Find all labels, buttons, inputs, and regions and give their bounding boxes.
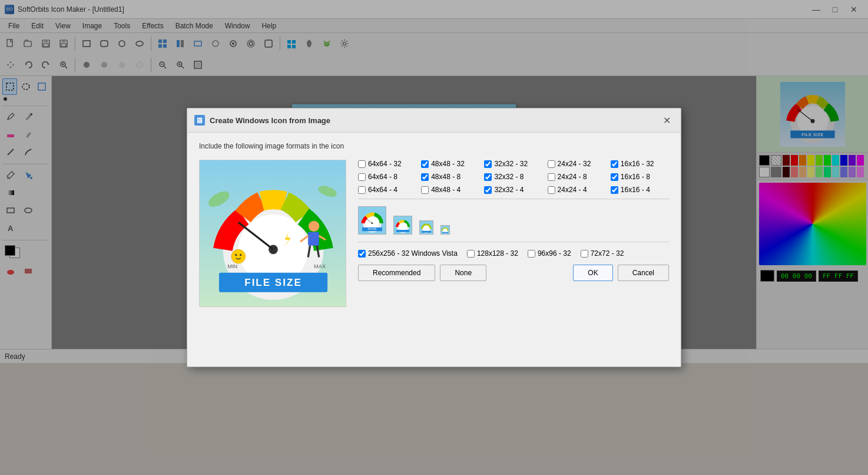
preview-icon-24 [419, 220, 433, 235]
svg-rect-119 [422, 231, 431, 233]
cb-64x64-4[interactable] [358, 186, 366, 194]
create-icon-modal: 🖼 Create Windows Icon from Image ✕ Inclu… [187, 108, 681, 367]
cb-32x32-32-label[interactable]: 32x32 - 32 [484, 160, 542, 168]
svg-text:MIN: MIN [227, 263, 237, 269]
svg-rect-115 [396, 230, 409, 232]
cb-32x32-8-label[interactable]: 32x32 - 8 [484, 173, 542, 181]
preview-icon-48: FILE SIZE [358, 206, 386, 235]
svg-rect-123 [442, 232, 448, 233]
svg-text:FILE SIZE: FILE SIZE [368, 228, 377, 230]
cb-16x16-32-label[interactable]: 16x16 - 32 [611, 160, 669, 168]
svg-point-102 [240, 254, 241, 256]
preview-icon-16 [440, 225, 450, 235]
cb-256x256-vista-label[interactable]: 256x256 - 32 Windows Vista [358, 249, 458, 258]
modal-options-area: 64x64 - 32 48x48 - 32 32x32 - 32 24x24 -… [358, 160, 669, 307]
cb-48x48-32[interactable] [421, 160, 429, 168]
cb-16x16-32[interactable] [611, 160, 618, 168]
cb-128x128-32[interactable] [467, 250, 475, 258]
modal-icon: 🖼 [194, 115, 205, 126]
svg-point-100 [231, 249, 246, 263]
cb-64x64-32[interactable] [358, 160, 366, 168]
cb-32x32-8[interactable] [484, 173, 492, 181]
action-buttons: OK Cancel [573, 265, 669, 281]
cb-48x48-8[interactable] [421, 173, 429, 181]
ok-button[interactable]: OK [573, 265, 612, 281]
cb-128x128-32-label[interactable]: 128x128 - 32 [467, 249, 518, 258]
cb-48x48-4-label[interactable]: 48x48 - 4 [421, 186, 479, 194]
cb-64x64-32-label[interactable]: 64x64 - 32 [358, 160, 416, 168]
cb-16x16-4[interactable] [611, 186, 618, 194]
svg-point-101 [235, 254, 237, 256]
cb-16x16-4-label[interactable]: 16x16 - 4 [611, 186, 669, 194]
recommended-button[interactable]: Recommended [358, 265, 435, 281]
modal-overlay: 🖼 Create Windows Icon from Image ✕ Inclu… [0, 0, 868, 475]
modal-preview-svg: MIN MAX FILE SIZE [200, 160, 346, 307]
cb-32x32-4[interactable] [484, 186, 492, 194]
cb-24x24-8[interactable] [548, 173, 555, 181]
cb-24x24-8-label[interactable]: 24x24 - 8 [548, 173, 606, 181]
cb-256x256-vista[interactable] [358, 250, 366, 258]
cb-48x48-8-label[interactable]: 48x48 - 8 [421, 173, 479, 181]
preview-24 [419, 220, 433, 235]
none-button[interactable]: None [440, 265, 486, 281]
modal-title-area: 🖼 Create Windows Icon from Image [194, 115, 330, 126]
cb-24x24-4-label[interactable]: 24x24 - 4 [548, 186, 606, 194]
preview-32 [393, 216, 412, 235]
modal-header: 🖼 Create Windows Icon from Image ✕ [187, 108, 681, 133]
cb-96x96-32[interactable] [528, 250, 535, 258]
checkbox-grid-8: 64x64 - 8 48x48 - 8 32x32 - 8 24x24 - 8 [358, 173, 669, 181]
checkbox-grid-32: 64x64 - 32 48x48 - 32 32x32 - 32 24x24 -… [358, 160, 669, 168]
icon-previews-row: FILE SIZE [358, 199, 669, 242]
preview-48: FILE SIZE [358, 206, 386, 235]
cancel-button[interactable]: Cancel [618, 265, 669, 281]
cb-64x64-4-label[interactable]: 64x64 - 4 [358, 186, 416, 194]
svg-text:MAX: MAX [314, 263, 326, 269]
svg-text:FILE SIZE: FILE SIZE [244, 277, 302, 288]
svg-rect-93 [308, 232, 319, 246]
cb-32x32-4-label[interactable]: 32x32 - 4 [484, 186, 542, 194]
cb-96x96-32-label[interactable]: 96x96 - 32 [528, 249, 571, 258]
cb-24x24-32[interactable] [548, 160, 555, 168]
vista-options-row: 256x256 - 32 Windows Vista 128x128 - 32 … [358, 249, 669, 258]
cb-72x72-32[interactable] [581, 250, 588, 258]
cb-64x64-8-label[interactable]: 64x64 - 8 [358, 173, 416, 181]
cb-16x16-8-label[interactable]: 16x16 - 8 [611, 173, 669, 181]
checkbox-grid-4: 64x64 - 4 48x48 - 4 32x32 - 4 24x24 - 4 [358, 186, 669, 194]
modal-body: Include the following image formats in t… [187, 133, 681, 316]
cb-48x48-32-label[interactable]: 48x48 - 32 [421, 160, 479, 168]
modal-preview-area: MIN MAX FILE SIZE [199, 160, 346, 307]
cb-16x16-8[interactable] [611, 173, 618, 181]
cb-24x24-4[interactable] [548, 186, 555, 194]
cb-72x72-32-label[interactable]: 72x72 - 32 [581, 249, 624, 258]
preview-16 [440, 225, 450, 235]
svg-point-92 [309, 221, 319, 232]
preview-icon-32 [393, 216, 412, 235]
modal-subtitle: Include the following image formats in t… [199, 142, 669, 150]
cb-32x32-32[interactable] [484, 160, 492, 168]
modal-close-button[interactable]: ✕ [660, 113, 674, 127]
modal-title-text: Create Windows Icon from Image [210, 116, 330, 125]
modal-preview-image: MIN MAX FILE SIZE [199, 160, 346, 307]
preset-buttons: Recommended None [358, 265, 486, 281]
cb-64x64-8[interactable] [358, 173, 366, 181]
modal-buttons-area: Recommended None OK Cancel [358, 265, 669, 281]
modal-content-area: MIN MAX FILE SIZE [199, 160, 669, 307]
cb-24x24-32-label[interactable]: 24x24 - 32 [548, 160, 606, 168]
cb-48x48-4[interactable] [421, 186, 429, 194]
